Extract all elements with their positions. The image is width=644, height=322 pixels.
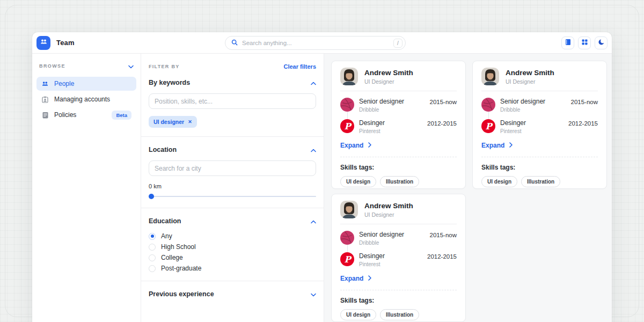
- results-grid: Andrew Smith UI Designer Senior designer: [324, 54, 612, 322]
- skill-tag[interactable]: Illustration: [380, 176, 419, 187]
- expand-label: Expand: [481, 142, 504, 149]
- distance-slider[interactable]: [149, 194, 316, 199]
- expand-label: Expand: [340, 275, 363, 282]
- app-logo: [36, 36, 50, 50]
- company-name: Pinterest: [359, 261, 385, 267]
- moon-icon: [598, 39, 605, 47]
- person-card: Andrew Smith UI Designer Senior designer: [331, 61, 466, 189]
- period: 2012-2015: [427, 252, 457, 260]
- people-icon: [41, 80, 49, 87]
- experience-timeline: Senior designer Dribbble 2015-now P Desi…: [340, 231, 457, 267]
- radio-button[interactable]: [149, 233, 156, 240]
- dribbble-icon: [340, 98, 354, 112]
- person-role: UI Designer: [364, 211, 413, 218]
- skill-tag[interactable]: UI design: [340, 309, 376, 320]
- radio-option-college[interactable]: College: [149, 254, 316, 261]
- pinterest-icon: P: [340, 119, 354, 133]
- header-actions: [561, 36, 608, 49]
- timeline-entry: P Desinger Pinterest 2012-2015: [340, 119, 457, 134]
- close-icon[interactable]: ✕: [188, 120, 192, 125]
- global-search[interactable]: /: [225, 36, 406, 50]
- avatar: [481, 68, 499, 85]
- experience-section-header[interactable]: Previous experience: [149, 289, 316, 299]
- chevron-right-icon: [509, 142, 513, 149]
- radio-button[interactable]: [149, 265, 156, 272]
- keywords-label: By keywords: [149, 79, 190, 86]
- skill-tag[interactable]: UI design: [340, 176, 376, 187]
- skill-tag[interactable]: UI design: [481, 176, 517, 187]
- company-name: Dribbble: [500, 107, 545, 113]
- divider: [340, 290, 457, 290]
- position-title: Desinger: [359, 119, 385, 127]
- experience-timeline: Senior designer Dribbble 2015-now P Desi…: [481, 98, 598, 134]
- radio-option-post-graduate[interactable]: Post-graduate: [149, 265, 316, 272]
- person-name: Andrew Smith: [364, 69, 413, 77]
- expand-link[interactable]: Expand: [340, 275, 371, 282]
- radio-button[interactable]: [149, 244, 156, 251]
- expand-link[interactable]: Expand: [481, 142, 513, 149]
- skill-tag[interactable]: Illustration: [521, 176, 560, 187]
- book-button[interactable]: [561, 36, 574, 49]
- period: 2015-now: [429, 98, 457, 105]
- company-name: Dribbble: [359, 107, 404, 113]
- company-name: Pinterest: [500, 128, 526, 134]
- timeline-entry: P Desinger Pinterest 2012-2015: [481, 119, 598, 134]
- search-input[interactable]: [242, 40, 389, 46]
- filter-panel: Filter by Clear filters By keywords UI d…: [141, 54, 324, 322]
- timeline-entry: Senior designer Dribbble 2015-now: [340, 98, 457, 113]
- sidebar: Browse People Managing accounts: [32, 54, 141, 322]
- position-title: Senior designer: [359, 231, 404, 238]
- beta-badge: Beta: [112, 111, 131, 120]
- dark-mode-button[interactable]: [595, 36, 608, 49]
- chevron-up-icon: [311, 78, 316, 87]
- position-title: Desinger: [359, 252, 385, 260]
- sidebar-item-label: People: [54, 80, 74, 87]
- sidebar-item-people[interactable]: People: [36, 77, 136, 91]
- clear-filters-link[interactable]: Clear filters: [283, 63, 316, 70]
- period: 2015-now: [429, 231, 457, 238]
- keywords-section-header[interactable]: By keywords: [149, 78, 316, 87]
- keyword-tag[interactable]: UI designer ✕: [149, 116, 197, 128]
- slider-thumb[interactable]: [149, 194, 154, 199]
- radio-button[interactable]: [149, 254, 156, 261]
- sidebar-item-policies[interactable]: Policies Beta: [36, 108, 136, 122]
- expand-label: Expand: [340, 142, 363, 149]
- experience-label: Previous experience: [149, 290, 214, 298]
- keywords-input[interactable]: [149, 93, 316, 109]
- sidebar-item-label: Managing accounts: [54, 96, 110, 103]
- position-title: Desinger: [500, 119, 526, 127]
- person-role: UI Designer: [506, 78, 554, 85]
- search-icon: [231, 38, 238, 48]
- divider: [481, 91, 598, 91]
- radio-option-high-school[interactable]: High School: [149, 243, 316, 251]
- clipboard-icon: [41, 112, 49, 119]
- dribbble-icon: [481, 98, 495, 112]
- people-icon: [40, 38, 48, 48]
- city-search-input[interactable]: [149, 160, 316, 176]
- sidebar-item-label: Policies: [54, 111, 76, 119]
- timeline-entry: Senior designer Dribbble 2015-now: [340, 231, 457, 246]
- skill-tag[interactable]: Illustration: [380, 309, 419, 320]
- keyword-tag-label: UI designer: [153, 119, 184, 125]
- person-card: Andrew Smith UI Designer Senior designer: [472, 61, 607, 189]
- expand-link[interactable]: Expand: [340, 142, 371, 149]
- chevron-down-icon: [128, 61, 134, 71]
- chevron-up-icon: [311, 216, 316, 226]
- browse-section-header[interactable]: Browse: [36, 61, 136, 71]
- grid-button[interactable]: [578, 36, 591, 49]
- chevron-right-icon: [368, 142, 371, 149]
- location-label: Location: [149, 146, 177, 153]
- app-window: Team /: [32, 32, 612, 322]
- radio-option-any[interactable]: Any: [149, 232, 316, 240]
- distance-value: 0 km: [149, 183, 316, 189]
- education-section-header[interactable]: Education: [149, 216, 316, 226]
- period: 2015-now: [570, 98, 598, 105]
- sidebar-item-managing-accounts[interactable]: Managing accounts: [36, 92, 136, 106]
- location-section-header[interactable]: Location: [149, 145, 316, 155]
- position-title: Senior designer: [359, 98, 404, 105]
- book-icon: [565, 39, 571, 47]
- timeline-entry: Senior designer Dribbble 2015-now: [481, 98, 598, 113]
- skills-label: Skills tags:: [481, 164, 598, 171]
- grid-icon: [582, 39, 588, 47]
- period: 2012-2015: [568, 119, 598, 127]
